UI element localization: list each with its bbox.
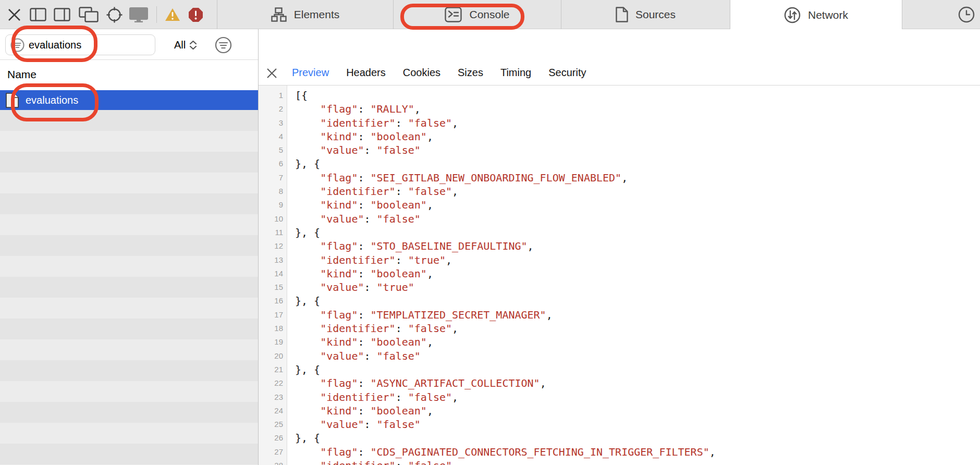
dock-left-icon <box>30 8 46 21</box>
detail-tab-sizes[interactable]: Sizes <box>458 67 483 79</box>
filter-options-icon <box>215 36 232 54</box>
crosshair-icon <box>106 7 123 23</box>
close-icon <box>7 8 21 22</box>
popup-chevrons-icon <box>189 40 197 50</box>
errors-button[interactable] <box>185 0 206 29</box>
request-list-empty-rows <box>0 110 258 465</box>
name-column-header[interactable]: Name <box>0 60 258 90</box>
code-line: 25 "value": "false" <box>259 418 980 431</box>
element-selection-button[interactable] <box>104 0 124 29</box>
network-filter-bar: All <box>0 29 258 60</box>
display-icon <box>129 7 149 22</box>
filter-icon <box>10 38 24 52</box>
close-inspector-button[interactable] <box>4 0 24 29</box>
toolbar-divider <box>156 6 157 23</box>
code-line: 2 "flag": "RALLY", <box>259 102 980 116</box>
elements-icon <box>271 7 287 22</box>
detail-tab-cookies[interactable]: Cookies <box>403 67 440 79</box>
request-name: evaluations <box>26 94 78 106</box>
tab-label: Elements <box>294 8 340 21</box>
code-line: 12 "flag": "STO_BASELINE_DEFAULTING", <box>259 239 980 253</box>
code-line: 9 "kind": "boolean", <box>259 198 980 212</box>
json-preview-pane[interactable]: 1[{2 "flag": "RALLY",3 "identifier": "fa… <box>259 85 980 465</box>
tab-label: Console <box>469 8 509 21</box>
inspector-toolbar: Elements Console Sources Network Timelin… <box>0 0 980 29</box>
filter-field[interactable] <box>5 34 155 55</box>
code-line: 23 "identifier": "false", <box>259 390 980 404</box>
detail-tab-headers[interactable]: Headers <box>346 67 386 79</box>
detail-tab-preview[interactable]: Preview <box>292 67 329 79</box>
detail-tab-timing[interactable]: Timing <box>500 67 531 79</box>
console-icon <box>445 7 462 22</box>
code-line: 11}, { <box>259 226 980 239</box>
code-line: 27 "flag": "CDS_PAGINATED_CONNECTORS_FET… <box>259 445 980 459</box>
detail-tab-bar: Preview Headers Cookies Sizes Timing Sec… <box>292 60 586 85</box>
name-column-label: Name <box>7 68 36 81</box>
clock-icon <box>958 6 975 23</box>
warning-triangle-icon <box>165 8 180 22</box>
code-line: 1[{ <box>259 89 980 102</box>
dock-right-icon <box>54 8 70 21</box>
code-line: 10 "value": "false" <box>259 212 980 226</box>
code-line: 5 "value": "false" <box>259 143 980 157</box>
code-line: 13 "identifier": "true", <box>259 253 980 267</box>
tab-label: Network <box>808 9 848 21</box>
code-line: 3 "identifier": "false", <box>259 116 980 130</box>
close-detail-button[interactable] <box>264 65 279 81</box>
request-row-evaluations[interactable]: evaluations <box>0 90 258 110</box>
warnings-button[interactable] <box>162 0 183 29</box>
tab-elements[interactable]: Elements <box>217 0 393 29</box>
code-line: 28 "identifier": "false", <box>259 459 980 465</box>
filter-options-button[interactable] <box>213 34 234 55</box>
code-line: 7 "flag": "SEI_GITLAB_NEW_ONBOARDING_FLO… <box>259 171 980 185</box>
cascade-windows-icon <box>79 7 99 22</box>
close-detail-icon <box>266 67 278 79</box>
code-line: 14 "kind": "boolean", <box>259 267 980 280</box>
code-line: 6}, { <box>259 157 980 170</box>
error-octagon-icon <box>188 7 203 22</box>
filter-scope-value: All <box>174 39 186 51</box>
code-line: 26}, { <box>259 431 980 445</box>
web-inspector-window: Elements Console Sources Network Timelin… <box>0 0 980 465</box>
dock-side-right-button[interactable] <box>52 0 72 29</box>
undock-window-button[interactable] <box>77 0 100 29</box>
code-line: 8 "identifier": "false", <box>259 185 980 198</box>
code-line: 15 "value": "true" <box>259 280 980 294</box>
dock-side-left-button[interactable] <box>28 0 48 29</box>
code-line: 22 "flag": "ASYNC_ARTIFACT_COLLECTION", <box>259 376 980 390</box>
tab-console[interactable]: Console <box>394 0 561 29</box>
filter-input[interactable] <box>29 39 143 51</box>
tab-timelines[interactable]: Timelines <box>902 0 980 29</box>
code-line: 20 "value": "false" <box>259 349 980 363</box>
code-line: 16}, { <box>259 294 980 308</box>
code-line: 19 "kind": "boolean", <box>259 335 980 349</box>
detail-tab-security[interactable]: Security <box>548 67 586 79</box>
tab-sources[interactable]: Sources <box>561 0 730 29</box>
tab-label: Sources <box>635 8 676 21</box>
sources-document-icon <box>616 7 628 22</box>
tab-network[interactable]: Network <box>730 0 902 30</box>
code-line: 4 "kind": "boolean", <box>259 130 980 143</box>
document-icon <box>5 92 19 108</box>
code-line: 18 "identifier": "false", <box>259 322 980 335</box>
code-line: 17 "flag": "TEMPLATIZED_SECRET_MANAGER", <box>259 308 980 322</box>
code-lines: 1[{2 "flag": "RALLY",3 "identifier": "fa… <box>259 89 980 465</box>
code-line: 21}, { <box>259 363 980 376</box>
network-icon <box>784 7 801 23</box>
code-line: 24 "kind": "boolean", <box>259 404 980 418</box>
filter-scope-popup[interactable]: All <box>174 34 197 55</box>
device-settings-button[interactable] <box>127 0 150 29</box>
